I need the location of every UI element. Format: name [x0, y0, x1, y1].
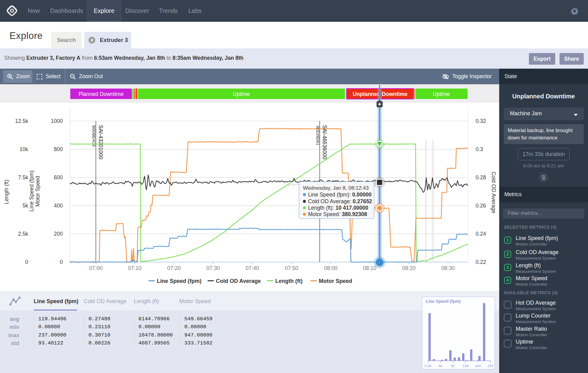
svg-text:0.3: 0.3	[476, 146, 483, 152]
svg-text:92: 92	[451, 364, 455, 368]
svg-text:Length (ft): Length (ft)	[3, 180, 9, 204]
svg-text:Cold OD Average: Cold OD Average	[216, 278, 261, 284]
svg-text:7.5k: 7.5k	[18, 174, 28, 181]
svg-text:46: 46	[439, 364, 443, 368]
svg-text:08:10: 08:10	[363, 265, 376, 271]
svg-text:400: 400	[54, 203, 63, 209]
svg-text:Motor Speed: Motor Speed	[319, 278, 352, 284]
svg-text:800: 800	[54, 146, 63, 152]
svg-text:0.24: 0.24	[476, 231, 486, 237]
svg-text:Motor Speed: Motor Speed	[35, 176, 41, 207]
svg-text:0: 0	[25, 259, 28, 265]
svg-text:1000: 1000	[51, 118, 63, 124]
svg-text:SAI-46636000: SAI-46636000	[322, 125, 328, 159]
svg-text:5k: 5k	[23, 203, 28, 209]
svg-text:Line Speed (fpm): Line Speed (fpm)	[157, 278, 202, 284]
svg-text:0.22: 0.22	[476, 259, 486, 265]
svg-text:08:20: 08:20	[402, 265, 416, 271]
svg-text:Uptime: Uptime	[233, 91, 250, 97]
svg-text:0.28: 0.28	[476, 174, 486, 181]
svg-text:230: 230	[488, 364, 493, 368]
svg-text:08:30: 08:30	[441, 265, 455, 271]
svg-text:07:10: 07:10	[128, 265, 141, 271]
svg-text:Line Speed (fpm): Line Speed (fpm)	[28, 170, 35, 211]
svg-text:07:40: 07:40	[246, 265, 259, 271]
svg-text:08:00: 08:00	[324, 265, 337, 271]
svg-text:10k: 10k	[20, 146, 28, 152]
svg-text:Cold OD Average: Cold OD Average	[491, 172, 497, 213]
svg-text:138: 138	[462, 364, 468, 368]
svg-text:0: 0	[60, 259, 63, 265]
svg-text:07:50: 07:50	[285, 265, 298, 271]
svg-text:0.32: 0.32	[476, 118, 486, 124]
svg-text:Uptime: Uptime	[433, 91, 450, 97]
svg-text:07:00: 07:00	[89, 265, 103, 271]
svg-text:200: 200	[54, 231, 63, 237]
svg-text:184: 184	[475, 364, 481, 368]
svg-text:B0DBE4C3: B0DBE4C3	[92, 125, 96, 147]
svg-text:0.00: 0.00	[424, 364, 431, 368]
svg-text:3EE26D61: 3EE26D61	[315, 125, 320, 145]
svg-text:Planned Downtime: Planned Downtime	[79, 91, 124, 97]
svg-text:0.26: 0.26	[476, 203, 486, 209]
svg-text:SAI-43201000: SAI-43201000	[98, 125, 104, 159]
svg-text:07:20: 07:20	[167, 265, 181, 271]
svg-text:Length (ft): Length (ft)	[275, 278, 303, 284]
svg-text:2.5k: 2.5k	[18, 231, 28, 237]
svg-text:12.5k: 12.5k	[15, 118, 28, 124]
svg-text:07:30: 07:30	[206, 265, 220, 271]
svg-text:600: 600	[54, 174, 63, 181]
